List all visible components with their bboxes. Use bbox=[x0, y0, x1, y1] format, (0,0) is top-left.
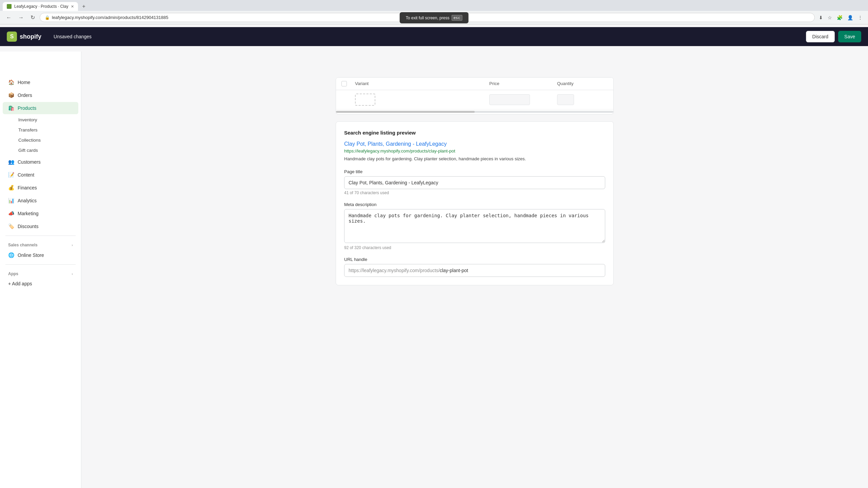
download-icon[interactable]: ⬇ bbox=[817, 14, 824, 22]
shopify-logo-icon: S bbox=[7, 32, 17, 42]
seo-preview-url-text: https://leafylegacy.myshopify.com/produc… bbox=[344, 148, 605, 154]
tab-favicon: 🌿 bbox=[7, 4, 12, 9]
url-handle-slug: clay-plant-pot bbox=[440, 268, 468, 273]
forward-button[interactable]: → bbox=[16, 13, 26, 22]
meta-description-char-count: 92 of 320 characters used bbox=[344, 245, 605, 250]
page-title-input[interactable] bbox=[344, 176, 605, 189]
sidebar-divider-2 bbox=[5, 264, 76, 265]
seo-preview-title[interactable]: Clay Pot, Plants, Gardening - LeafyLegac… bbox=[344, 141, 605, 147]
sidebar-item-customers[interactable]: 👥 Customers bbox=[3, 156, 78, 168]
sidebar-label-gift-cards: Gift cards bbox=[18, 148, 38, 153]
marketing-icon: 📣 bbox=[8, 210, 14, 217]
content-icon: 📝 bbox=[8, 172, 14, 178]
sidebar-item-collections[interactable]: Collections bbox=[15, 135, 78, 145]
sidebar-item-add-apps[interactable]: + Add apps bbox=[3, 278, 78, 289]
header-checkbox-cell bbox=[341, 81, 355, 86]
price-input-placeholder[interactable] bbox=[489, 94, 530, 105]
sidebar-label-analytics: Analytics bbox=[18, 198, 37, 203]
page-title-label: Page title bbox=[344, 169, 605, 174]
header-variant: Variant bbox=[355, 81, 489, 86]
page-title: Unsaved changes bbox=[54, 34, 92, 39]
extensions-icon[interactable]: 🧩 bbox=[835, 14, 844, 22]
sidebar-divider-1 bbox=[5, 236, 76, 236]
sidebar-item-finances[interactable]: 💰 Finances bbox=[3, 182, 78, 194]
sidebar-item-home[interactable]: 🏠 Home bbox=[3, 76, 78, 88]
sidebar-item-gift-cards[interactable]: Gift cards bbox=[15, 145, 78, 155]
sidebar-label-finances: Finances bbox=[18, 185, 37, 190]
sidebar-label-content: Content bbox=[18, 172, 34, 178]
address-text: leafylegacy.myshopify.com/admin/products… bbox=[52, 15, 169, 20]
sidebar-item-products[interactable]: 🛍️ Products bbox=[3, 102, 78, 114]
menu-icon[interactable]: ⋮ bbox=[856, 14, 864, 22]
sidebar-item-online-store[interactable]: 🌐 Online Store bbox=[3, 249, 78, 261]
page-title-group: Page title 41 of 70 characters used bbox=[344, 169, 605, 195]
sidebar-label-discounts: Discounts bbox=[18, 224, 38, 229]
sidebar-label-customers: Customers bbox=[18, 159, 41, 165]
sidebar: 🏠 Home 📦 Orders 🛍️ Products Inventory Tr… bbox=[0, 52, 81, 488]
row-variant-cell bbox=[355, 94, 489, 106]
sidebar-item-discounts[interactable]: 🏷️ Discounts bbox=[3, 220, 78, 232]
shopify-logo-text: shopify bbox=[20, 33, 41, 40]
sidebar-label-online-store: Online Store bbox=[18, 252, 44, 258]
bookmark-icon[interactable]: ☆ bbox=[826, 14, 833, 22]
row-qty-cell bbox=[557, 94, 608, 105]
sidebar-item-orders[interactable]: 📦 Orders bbox=[3, 89, 78, 101]
main-layout: S shopify Unsaved changes Discard Save 🏠… bbox=[0, 24, 868, 488]
sidebar-label-collections: Collections bbox=[18, 138, 41, 143]
url-handle-input-container[interactable]: https://leafylegacy.myshopify.com/produc… bbox=[344, 264, 605, 277]
meta-description-group: Meta description 92 of 320 characters us… bbox=[344, 202, 605, 250]
products-icon: 🛍️ bbox=[8, 105, 14, 111]
sales-channels-expand-icon[interactable]: › bbox=[72, 243, 73, 247]
variant-image-placeholder bbox=[355, 94, 375, 106]
products-submenu: Inventory Transfers Collections Gift car… bbox=[0, 115, 81, 156]
lock-icon: 🔒 bbox=[45, 15, 50, 20]
add-apps-label: + Add apps bbox=[8, 281, 32, 286]
qty-input-placeholder[interactable] bbox=[557, 94, 574, 105]
seo-section: Search engine listing preview Clay Pot, … bbox=[336, 121, 614, 285]
browser-tabs: 🌿 LeafyLegacy · Products · Clay ✕ + bbox=[0, 0, 868, 11]
sidebar-item-inventory[interactable]: Inventory bbox=[15, 115, 78, 125]
active-tab[interactable]: 🌿 LeafyLegacy · Products · Clay ✕ bbox=[3, 2, 78, 11]
sidebar-item-analytics[interactable]: 📊 Analytics bbox=[3, 195, 78, 207]
save-button[interactable]: Save bbox=[838, 31, 861, 42]
fullscreen-toast: To exit full screen, press esc bbox=[400, 12, 469, 23]
sidebar-label-orders: Orders bbox=[18, 93, 32, 98]
content-inner: Variant Price Quantity bbox=[329, 70, 620, 299]
row-price-cell bbox=[489, 94, 557, 105]
fullscreen-key: esc bbox=[451, 15, 462, 21]
scrollbar-container bbox=[336, 109, 613, 114]
seo-section-title: Search engine listing preview bbox=[344, 130, 605, 136]
variant-table-header: Variant Price Quantity bbox=[336, 78, 613, 90]
page-title-char-count: 41 of 70 characters used bbox=[344, 190, 605, 195]
sidebar-label-home: Home bbox=[18, 80, 30, 85]
sidebar-item-marketing[interactable]: 📣 Marketing bbox=[3, 207, 78, 220]
new-tab-button[interactable]: + bbox=[79, 2, 88, 11]
apps-expand-icon[interactable]: › bbox=[72, 272, 73, 276]
select-all-checkbox[interactable] bbox=[341, 81, 347, 86]
topbar-actions: Discard Save bbox=[806, 31, 861, 42]
topbar: S shopify Unsaved changes Discard Save bbox=[0, 27, 868, 46]
url-handle-label: URL handle bbox=[344, 257, 605, 262]
sidebar-item-content[interactable]: 📝 Content bbox=[3, 169, 78, 181]
variant-table-row bbox=[336, 90, 613, 109]
back-button[interactable]: ← bbox=[4, 13, 14, 22]
meta-description-label: Meta description bbox=[344, 202, 605, 207]
fullscreen-toast-text: To exit full screen, press bbox=[406, 16, 450, 20]
sidebar-label-marketing: Marketing bbox=[18, 211, 38, 216]
shopify-logo: S shopify bbox=[7, 32, 41, 42]
tab-close-button[interactable]: ✕ bbox=[71, 4, 74, 9]
analytics-icon: 📊 bbox=[8, 198, 14, 204]
apps-label: Apps bbox=[8, 271, 18, 276]
horizontal-scrollbar-thumb[interactable] bbox=[336, 111, 475, 113]
discounts-icon: 🏷️ bbox=[8, 223, 14, 229]
url-handle-group: URL handle https://leafylegacy.myshopify… bbox=[344, 257, 605, 277]
sales-channels-label: Sales channels bbox=[8, 243, 38, 247]
discard-button[interactable]: Discard bbox=[806, 31, 835, 42]
refresh-button[interactable]: ↻ bbox=[28, 13, 37, 22]
sidebar-item-transfers[interactable]: Transfers bbox=[15, 125, 78, 135]
profile-icon[interactable]: 👤 bbox=[846, 14, 854, 22]
meta-description-input[interactable] bbox=[344, 209, 605, 243]
header-quantity: Quantity bbox=[557, 81, 608, 86]
sidebar-label-transfers: Transfers bbox=[18, 127, 38, 133]
variant-table: Variant Price Quantity bbox=[336, 77, 614, 115]
